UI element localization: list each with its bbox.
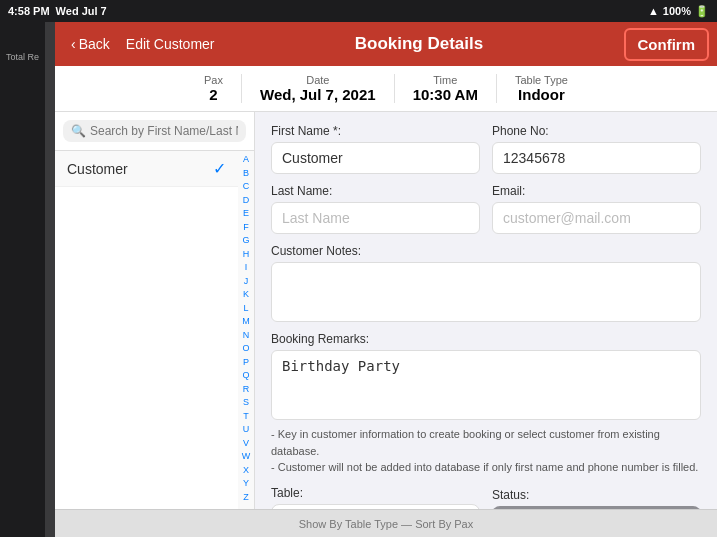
search-icon: 🔍 — [71, 124, 86, 138]
hint-line-1: - Key in customer information to create … — [271, 428, 660, 457]
email-group: Email: — [492, 184, 701, 234]
status-time: 4:58 PM — [8, 5, 50, 17]
search-bar: 🔍 — [55, 112, 254, 151]
alpha-t[interactable]: T — [243, 410, 249, 424]
hint-line-2: - Customer will not be added into databa… — [271, 461, 698, 473]
alpha-m[interactable]: M — [242, 315, 250, 329]
alpha-g[interactable]: G — [242, 234, 249, 248]
table-group: Table: Assign Table — [271, 486, 480, 510]
form-bottom-row: Table: Assign Table Status: Booked — [271, 486, 701, 510]
hint-text: - Key in customer information to create … — [271, 426, 701, 476]
booking-remarks-group: Booking Remarks: Birthday Party — [271, 332, 701, 420]
alpha-w[interactable]: W — [242, 450, 251, 464]
status-label: Status: — [492, 488, 701, 502]
nav-bar: ‹ Back Edit Customer Booking Details Con… — [55, 22, 717, 66]
customer-name: Customer — [67, 161, 128, 177]
back-label: Back — [79, 36, 110, 52]
customer-notes-input[interactable] — [271, 262, 701, 322]
table-type-label: Table Type — [515, 74, 568, 86]
back-button[interactable]: ‹ Back — [63, 32, 118, 56]
customer-notes-group: Customer Notes: — [271, 244, 701, 322]
modal-body: 🔍 Customer ✓ ABCDEFGHIJKLMNOPQRSTUVWXYZ — [55, 112, 717, 509]
alpha-d[interactable]: D — [243, 194, 250, 208]
confirm-button[interactable]: Confirm — [624, 28, 710, 61]
alpha-x[interactable]: X — [243, 464, 249, 478]
table-type-value: Indoor — [518, 86, 565, 103]
total-reservations-label: Total Re — [0, 52, 45, 62]
status-date: Wed Jul 7 — [56, 5, 107, 17]
table-label: Table: — [271, 486, 480, 500]
pax-value: 2 — [209, 86, 217, 103]
edit-customer-button[interactable]: Edit Customer — [126, 36, 215, 52]
modal-title: Booking Details — [215, 34, 624, 54]
phone-input[interactable] — [492, 142, 701, 174]
booking-remarks-input[interactable]: Birthday Party — [271, 350, 701, 420]
date-info: Date Wed, Jul 7, 2021 — [242, 74, 395, 103]
phone-label: Phone No: — [492, 124, 701, 138]
footer-text: Show By Table Type — Sort By Pax — [299, 518, 473, 530]
pax-label: Pax — [204, 74, 223, 86]
form-row-1: First Name *: Phone No: — [271, 124, 701, 174]
booking-details-modal: ‹ Back Edit Customer Booking Details Con… — [55, 22, 717, 537]
phone-group: Phone No: — [492, 124, 701, 174]
alpha-f[interactable]: F — [243, 221, 249, 235]
pax-info: Pax 2 — [186, 74, 242, 103]
back-chevron-icon: ‹ — [71, 36, 76, 52]
customer-list-area: Customer ✓ ABCDEFGHIJKLMNOPQRSTUVWXYZ — [55, 151, 254, 509]
sidebar: Total Re — [0, 22, 45, 537]
alpha-o[interactable]: O — [242, 342, 249, 356]
alpha-k[interactable]: K — [243, 288, 249, 302]
first-name-group: First Name *: — [271, 124, 480, 174]
alpha-r[interactable]: R — [243, 383, 250, 397]
first-name-input[interactable] — [271, 142, 480, 174]
alpha-e[interactable]: E — [243, 207, 249, 221]
alpha-c[interactable]: C — [243, 180, 250, 194]
alpha-a[interactable]: A — [243, 153, 249, 167]
battery-icon: 🔋 — [695, 5, 709, 18]
alpha-v[interactable]: V — [243, 437, 249, 451]
alpha-s[interactable]: S — [243, 396, 249, 410]
modal-footer: Show By Table Type — Sort By Pax — [55, 509, 717, 537]
form-panel: First Name *: Phone No: Last Name: Email… — [255, 112, 717, 509]
alpha-j[interactable]: J — [244, 275, 249, 289]
last-name-group: Last Name: — [271, 184, 480, 234]
date-label: Date — [306, 74, 329, 86]
customer-list-item[interactable]: Customer ✓ — [55, 151, 238, 187]
status-bar: 4:58 PM Wed Jul 7 ▲ 100% 🔋 — [0, 0, 717, 22]
form-row-2: Last Name: Email: — [271, 184, 701, 234]
battery-text: 100% — [663, 5, 691, 17]
alpha-z[interactable]: Z — [243, 491, 249, 505]
booking-info-bar: Pax 2 Date Wed, Jul 7, 2021 Time 10:30 A… — [55, 66, 717, 112]
time-info: Time 10:30 AM — [395, 74, 497, 103]
alpha-y[interactable]: Y — [243, 477, 249, 491]
last-name-input[interactable] — [271, 202, 480, 234]
email-label: Email: — [492, 184, 701, 198]
alphabet-index: ABCDEFGHIJKLMNOPQRSTUVWXYZ — [238, 151, 254, 509]
customer-list: Customer ✓ — [55, 151, 238, 509]
booking-remarks-label: Booking Remarks: — [271, 332, 701, 346]
alpha-h[interactable]: H — [243, 248, 250, 262]
table-type-info: Table Type Indoor — [497, 74, 586, 103]
date-value: Wed, Jul 7, 2021 — [260, 86, 376, 103]
customer-notes-label: Customer Notes: — [271, 244, 701, 258]
alpha-b[interactable]: B — [243, 167, 249, 181]
alpha-u[interactable]: U — [243, 423, 250, 437]
alpha-p[interactable]: P — [243, 356, 249, 370]
selected-checkmark: ✓ — [213, 159, 226, 178]
first-name-label: First Name *: — [271, 124, 480, 138]
time-value: 10:30 AM — [413, 86, 478, 103]
search-input[interactable] — [90, 124, 238, 138]
edit-customer-label: Edit Customer — [126, 36, 215, 52]
status-group: Status: Booked — [492, 488, 701, 510]
alpha-i[interactable]: I — [245, 261, 248, 275]
customer-panel: 🔍 Customer ✓ ABCDEFGHIJKLMNOPQRSTUVWXYZ — [55, 112, 255, 509]
wifi-icon: ▲ — [648, 5, 659, 17]
time-label: Time — [433, 74, 457, 86]
last-name-label: Last Name: — [271, 184, 480, 198]
alpha-n[interactable]: N — [243, 329, 250, 343]
email-input[interactable] — [492, 202, 701, 234]
alpha-q[interactable]: Q — [242, 369, 249, 383]
alpha-l[interactable]: L — [243, 302, 248, 316]
